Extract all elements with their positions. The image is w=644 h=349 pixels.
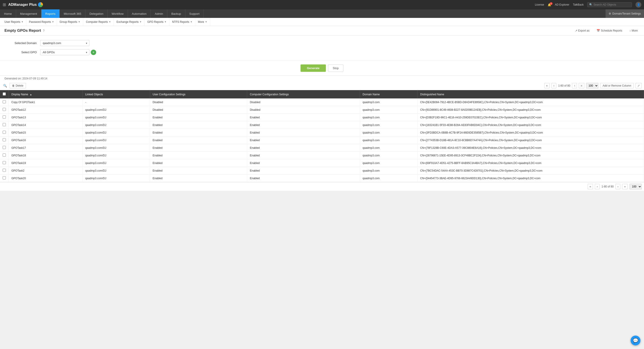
row-checkbox[interactable] bbox=[3, 138, 6, 141]
table-row: GPOTask16 qaadmp3.com/DJ Enabled Enabled… bbox=[0, 136, 644, 144]
row-checkbox-cell bbox=[0, 175, 9, 182]
talkback-link[interactable]: TalkBack bbox=[573, 3, 584, 6]
nav-admin[interactable]: Admin bbox=[151, 10, 167, 18]
cell-user-config: Disabled bbox=[150, 106, 247, 114]
generate-button[interactable]: Generate bbox=[300, 65, 326, 72]
col-display-name[interactable]: Display Name ▲ bbox=[9, 90, 82, 98]
row-checkbox-cell bbox=[0, 129, 9, 136]
domain-select[interactable]: qaadmp3.com bbox=[40, 40, 90, 46]
cell-distinguished-name: CN={7BC54DAC-54AA-453C-BB70-3D887C428701… bbox=[418, 167, 644, 175]
select-all-checkbox[interactable] bbox=[3, 92, 6, 96]
next-page-button[interactable]: › bbox=[572, 83, 577, 88]
expand-button[interactable]: ⤢ bbox=[636, 83, 642, 88]
row-checkbox-cell bbox=[0, 121, 9, 129]
chevron-down-icon: ▼ bbox=[164, 21, 166, 23]
row-checkbox[interactable] bbox=[3, 123, 6, 126]
chevron-down-icon: ▼ bbox=[140, 21, 142, 23]
nav-microsoft365[interactable]: Microsoft 365 bbox=[60, 10, 86, 18]
search-input[interactable] bbox=[594, 3, 630, 6]
bottom-last-page-button[interactable]: » bbox=[622, 184, 628, 189]
add-remove-column-button[interactable]: Add or Remove Column bbox=[600, 83, 634, 88]
chevron-down-icon: ▼ bbox=[21, 21, 24, 23]
notification-bell[interactable]: 🔔 2 bbox=[548, 3, 551, 7]
help-icon[interactable]: ? bbox=[43, 29, 44, 33]
schedule-reports-button[interactable]: 📅 Schedule Reports bbox=[595, 28, 624, 33]
subnav-exchange-reports[interactable]: Exchange Reports ▼ bbox=[114, 18, 145, 26]
bottom-page-size-select[interactable]: 100 50 25 bbox=[630, 184, 642, 189]
license-link[interactable]: License bbox=[535, 3, 544, 6]
table-search-icon[interactable]: 🔍 bbox=[2, 83, 8, 88]
delete-button[interactable]: 🗑 Delete bbox=[10, 83, 26, 88]
row-checkbox[interactable] bbox=[3, 169, 6, 172]
cell-linked-objects: qaadmp3.com/DJ bbox=[82, 129, 150, 136]
cell-distinguished-name: CN={69F910A7-4D51-4275-8BFF-8AB95C3A4BA7… bbox=[418, 159, 644, 167]
nav-workflow[interactable]: Workflow bbox=[108, 10, 128, 18]
table-row: GPOTask14 qaadmp3.com/DJ Enabled Enabled… bbox=[0, 121, 644, 129]
cell-domain-name: qaadmp3.com bbox=[360, 114, 418, 121]
bottom-next-page-button[interactable]: › bbox=[616, 184, 620, 189]
more-icon: ↕ bbox=[630, 29, 631, 32]
row-checkbox[interactable] bbox=[3, 115, 6, 119]
prev-page-button[interactable]: ‹ bbox=[552, 83, 556, 88]
page-size-select[interactable]: 100 50 25 bbox=[586, 83, 598, 89]
search-icon: 🔍 bbox=[589, 3, 592, 6]
ad-explorer-link[interactable]: AD Explorer bbox=[555, 3, 569, 6]
cell-linked-objects: qaadmp3.com/DJ bbox=[82, 106, 150, 114]
last-page-button[interactable]: » bbox=[579, 83, 584, 88]
page-title-area: Empty GPOs Report ? bbox=[4, 29, 44, 33]
row-checkbox[interactable] bbox=[3, 153, 6, 157]
export-button[interactable]: ↗ Export as bbox=[573, 28, 592, 33]
row-checkbox[interactable] bbox=[3, 161, 6, 164]
chevron-down-icon: ▼ bbox=[78, 21, 80, 23]
subnav-gpo-reports[interactable]: GPO Reports ▼ bbox=[145, 18, 170, 26]
action-area: Generate Stop bbox=[0, 61, 644, 76]
subnav-more[interactable]: More ▼ bbox=[195, 18, 210, 26]
col-computer-config[interactable]: Computer Configuration Settings bbox=[247, 90, 360, 98]
subnav-computer-reports[interactable]: Computer Reports ▼ bbox=[83, 18, 114, 26]
row-checkbox[interactable] bbox=[3, 108, 6, 111]
grid-icon[interactable]: ⊞ bbox=[3, 2, 6, 7]
subnav-user-reports[interactable]: User Reports ▼ bbox=[2, 18, 26, 26]
chevron-down-icon: ▼ bbox=[190, 21, 192, 23]
cell-computer-config: Disabled bbox=[247, 106, 360, 114]
row-checkbox[interactable] bbox=[3, 146, 6, 149]
bottom-first-page-button[interactable]: « bbox=[588, 184, 593, 189]
nav-reports[interactable]: Reports bbox=[41, 10, 60, 18]
topbar: ⊞ ADManager Plus License 🔔 2 AD Explorer… bbox=[0, 0, 644, 10]
subnav-ntfs-reports[interactable]: NTFS Reports ▼ bbox=[170, 18, 196, 26]
first-page-button[interactable]: « bbox=[544, 83, 550, 88]
cell-distinguished-name: CN={91D86901-8C49-4608-B227-8A0209B12AEB… bbox=[418, 106, 644, 114]
row-checkbox-cell bbox=[0, 136, 9, 144]
cell-computer-config: Enabled bbox=[247, 159, 360, 167]
nav-support[interactable]: Support bbox=[185, 10, 204, 18]
avatar[interactable]: 👤 bbox=[636, 2, 641, 8]
gpo-select[interactable]: All GPOs bbox=[40, 49, 90, 55]
table-row: GPOTask13 qaadmp3.com/DJ Enabled Enabled… bbox=[0, 114, 644, 121]
nav-automation[interactable]: Automation bbox=[128, 10, 151, 18]
col-distinguished-name[interactable]: Distinguished Name bbox=[418, 90, 644, 98]
nav-delegation[interactable]: Delegation bbox=[86, 10, 108, 18]
row-checkbox[interactable] bbox=[3, 131, 6, 134]
table-row: GPOTask17 qaadmp3.com/DJ Enabled Enabled… bbox=[0, 144, 644, 152]
domain-settings-button[interactable]: ⚙ Domain/Tenant Settings bbox=[606, 10, 644, 18]
subnav-password-reports[interactable]: Password Reports ▼ bbox=[26, 18, 57, 26]
row-checkbox[interactable] bbox=[3, 100, 6, 103]
col-domain-name[interactable]: Domain Name bbox=[360, 90, 418, 98]
col-linked-objects[interactable]: Linked Objects bbox=[82, 90, 150, 98]
table-row: GPOTask20 qaadmp3.com/DJ Enabled Enabled… bbox=[0, 175, 644, 182]
more-button[interactable]: ↕ More bbox=[628, 28, 640, 33]
row-checkbox[interactable] bbox=[3, 176, 6, 179]
cell-domain-name: qaadmp3.com bbox=[360, 175, 418, 182]
subnav-group-reports[interactable]: Group Reports ▼ bbox=[57, 18, 84, 26]
cell-display-name: GPOTask16 bbox=[9, 136, 82, 144]
domain-label: Selected Domain bbox=[4, 41, 40, 45]
table-row: GPOTask2 qaadmp3.com/DJ Enabled Enabled … bbox=[0, 167, 644, 175]
add-gpo-button[interactable]: + bbox=[91, 50, 96, 55]
col-user-config[interactable]: User Configuration Settings bbox=[150, 90, 247, 98]
nav-backup[interactable]: Backup bbox=[167, 10, 185, 18]
stop-button[interactable]: Stop bbox=[328, 65, 344, 72]
nav-home[interactable]: Home bbox=[0, 10, 16, 18]
bottom-prev-page-button[interactable]: ‹ bbox=[595, 184, 600, 189]
row-checkbox-cell bbox=[0, 167, 9, 175]
nav-management[interactable]: Management bbox=[16, 10, 41, 18]
